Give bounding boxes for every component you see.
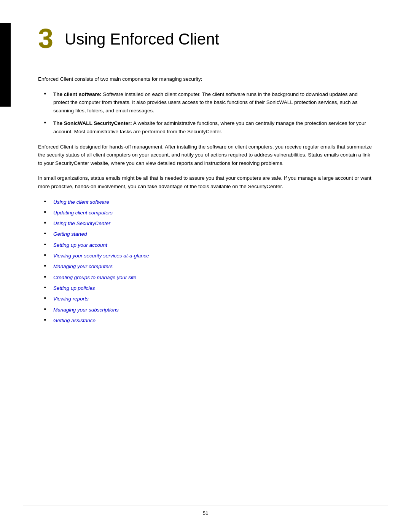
- list-item-updating-client-computers: Updating client computers: [46, 208, 373, 217]
- main-content: Enforced Client consists of two main com…: [38, 75, 373, 325]
- page-container: 3 Using Enforced Client Enforced Client …: [0, 0, 411, 532]
- list-item-setting-up-policies: Setting up policies: [46, 284, 373, 293]
- link-setting-up-policies[interactable]: Setting up policies: [53, 285, 95, 291]
- link-viewing-reports[interactable]: Viewing reports: [53, 296, 89, 302]
- list-item-setting-up-account: Setting up your account: [46, 241, 373, 250]
- list-item-getting-assistance: Getting assistance: [46, 316, 373, 325]
- body-paragraph-2: In small organizations, status emails mi…: [38, 174, 373, 190]
- link-creating-groups[interactable]: Creating groups to manage your site: [53, 275, 136, 280]
- list-item-viewing-security-services: Viewing your security services at-a-glan…: [46, 251, 373, 260]
- page-footer: 51: [23, 505, 388, 521]
- chapter-header: 3 Using Enforced Client: [38, 23, 373, 52]
- link-managing-computers[interactable]: Managing your computers: [53, 264, 113, 269]
- list-item-using-client-software: Using the client software: [46, 198, 373, 207]
- list-item-viewing-reports: Viewing reports: [46, 294, 373, 304]
- list-item-managing-subscriptions: Managing your subscriptions: [46, 305, 373, 315]
- link-getting-assistance[interactable]: Getting assistance: [53, 318, 96, 323]
- chapter-title: Using Enforced Client: [65, 27, 219, 48]
- link-setting-up-account[interactable]: Setting up your account: [53, 242, 107, 248]
- link-managing-subscriptions[interactable]: Managing your subscriptions: [53, 307, 119, 313]
- client-software-bold: The client software:: [53, 91, 102, 97]
- list-item-managing-computers: Managing your computers: [46, 262, 373, 271]
- chapter-tab: [0, 23, 11, 107]
- link-using-client-software[interactable]: Using the client software: [53, 199, 109, 205]
- content-area: 3 Using Enforced Client Enforced Client …: [38, 23, 373, 532]
- intro-paragraph: Enforced Client consists of two main com…: [38, 75, 373, 83]
- link-viewing-security-services[interactable]: Viewing your security services at-a-glan…: [53, 253, 149, 259]
- page-number: 51: [203, 510, 208, 516]
- link-updating-client-computers[interactable]: Updating client computers: [53, 210, 113, 216]
- component-security-center: The SonicWALL SecurityCenter: A website …: [46, 119, 373, 136]
- component-client-software: The client software: Software installed …: [46, 90, 373, 115]
- link-getting-started[interactable]: Getting started: [53, 231, 87, 237]
- components-list: The client software: Software installed …: [46, 90, 373, 136]
- list-item-using-security-center: Using the SecurityCenter: [46, 219, 373, 228]
- security-center-bold: The SonicWALL SecurityCenter:: [53, 120, 132, 126]
- links-list: Using the client software Updating clien…: [46, 198, 373, 326]
- body-paragraph-1: Enforced Client is designed for hands-of…: [38, 143, 373, 168]
- chapter-number: 3: [38, 25, 53, 52]
- list-item-creating-groups: Creating groups to manage your site: [46, 273, 373, 282]
- link-using-security-center[interactable]: Using the SecurityCenter: [53, 220, 110, 226]
- list-item-getting-started: Getting started: [46, 230, 373, 239]
